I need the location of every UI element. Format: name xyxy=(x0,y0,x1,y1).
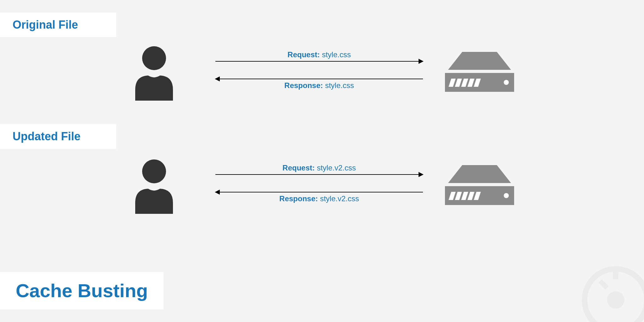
section-label-original: Original File xyxy=(0,13,116,37)
scenario-updated: Request: style.v2.css Response: style.v2… xyxy=(127,154,520,217)
svg-point-15 xyxy=(504,193,509,198)
section-label-updated: Updated File xyxy=(0,124,116,149)
request-label: Request: style.v2.css xyxy=(215,164,423,172)
response-label: Response: style.v2.css xyxy=(215,194,423,203)
request-arrow: Request: style.css xyxy=(215,50,423,62)
server-icon xyxy=(439,47,520,96)
server-icon xyxy=(439,160,520,209)
request-label: Request: style.css xyxy=(215,50,423,59)
svg-point-17 xyxy=(607,291,625,309)
scenario-original: Request: style.css Response: style.css xyxy=(127,41,520,104)
request-arrow: Request: style.v2.css xyxy=(215,164,423,175)
response-arrow: Response: style.css xyxy=(215,79,423,90)
svg-point-0 xyxy=(142,46,166,70)
diagram-title: Cache Busting xyxy=(0,272,164,309)
watermark-icon xyxy=(581,265,644,322)
svg-rect-18 xyxy=(613,269,619,279)
svg-point-7 xyxy=(504,80,509,85)
svg-point-8 xyxy=(142,159,166,183)
response-arrow: Response: style.v2.css xyxy=(215,192,423,203)
response-label: Response: style.css xyxy=(215,81,423,90)
user-icon xyxy=(127,44,181,101)
user-icon xyxy=(127,157,181,214)
